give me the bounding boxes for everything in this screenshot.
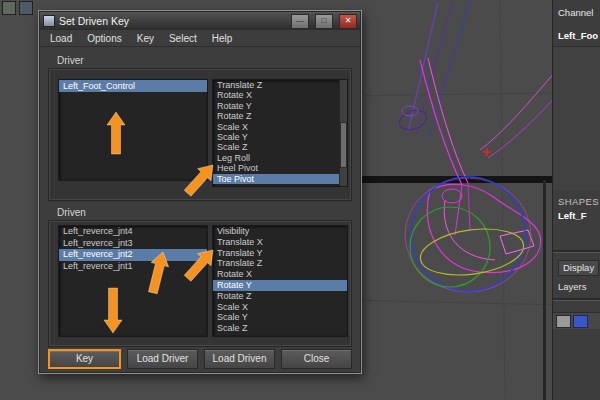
panel-divider xyxy=(553,298,600,301)
channelbox-node-name: Left_Foo xyxy=(558,30,598,41)
panel-divider xyxy=(553,250,600,253)
driven-attribute-item[interactable]: Visibility xyxy=(213,226,347,237)
driver-attribute-item[interactable]: Scale Z xyxy=(213,142,347,152)
driver-attribute-item[interactable]: Leg Roll xyxy=(213,153,347,163)
close-dialog-button[interactable]: Close xyxy=(281,349,352,369)
driver-object-item[interactable]: Left_Foot_Control xyxy=(59,80,207,92)
menu-help[interactable]: Help xyxy=(212,33,233,44)
channelbox-menu-channel[interactable]: Channel xyxy=(558,7,593,18)
menu-load[interactable]: Load xyxy=(50,33,72,44)
driver-attribute-item[interactable]: Rotate Y xyxy=(213,101,347,111)
driven-attribute-item[interactable]: Translate X xyxy=(213,237,347,248)
window-title: Set Driven Key xyxy=(59,15,285,27)
driver-attribute-item[interactable]: Rotate X xyxy=(213,90,347,100)
driver-object-list[interactable]: Left_Foot_Control xyxy=(58,79,208,181)
driver-attribute-item[interactable]: Translate Z xyxy=(213,80,347,90)
shelf-icon[interactable] xyxy=(2,1,16,15)
driver-attribute-item[interactable]: Scale X xyxy=(213,122,347,132)
driver-group: Driver Left_Foot_Control Translate Z Rot… xyxy=(48,55,352,201)
driven-object-item[interactable]: Left_reverce_jnt4 xyxy=(59,226,207,238)
window-icon xyxy=(43,15,55,27)
layer-row[interactable] xyxy=(553,312,600,329)
driven-attribute-item[interactable]: Scale Z xyxy=(213,323,347,334)
driver-attribute-item-selected[interactable]: Toe Pivot xyxy=(213,174,347,184)
driven-label: Driven xyxy=(57,207,86,218)
driven-attribute-item[interactable]: Translate Y xyxy=(213,248,347,259)
maximize-button[interactable]: □ xyxy=(315,14,333,29)
load-driven-button[interactable]: Load Driven xyxy=(204,349,275,369)
driver-attribute-item[interactable]: Heel Pivot xyxy=(213,163,347,173)
driver-attribute-item[interactable]: Rotate Z xyxy=(213,111,347,121)
shelf-icon[interactable] xyxy=(19,1,33,15)
driven-group: Driven Left_reverce_jnt4 Left_reverce_jn… xyxy=(48,207,352,347)
driven-attribute-list[interactable]: Visibility Translate X Translate Y Trans… xyxy=(212,225,348,337)
minimize-button[interactable]: — xyxy=(291,14,309,29)
menu-select[interactable]: Select xyxy=(169,33,197,44)
layer-color-swatch[interactable] xyxy=(573,315,588,328)
driven-attribute-item[interactable]: Rotate Z xyxy=(213,291,347,302)
driven-attribute-item[interactable]: Scale Y xyxy=(213,312,347,323)
driven-object-item[interactable]: Left_reverce_jnt3 xyxy=(59,238,207,250)
driven-attribute-item[interactable]: Rotate X xyxy=(213,269,347,280)
layer-visibility-toggle[interactable] xyxy=(556,315,571,328)
driver-attribute-item[interactable]: Scale Y xyxy=(213,132,347,142)
driver-label: Driver xyxy=(57,55,84,66)
menu-key[interactable]: Key xyxy=(137,33,154,44)
set-driven-key-window: Set Driven Key — □ ✕ Load Options Key Se… xyxy=(38,10,362,374)
menu-bar: Load Options Key Select Help xyxy=(40,30,360,47)
driver-attribute-list[interactable]: Translate Z Rotate X Rotate Y Rotate Z S… xyxy=(212,79,348,187)
driven-object-item[interactable]: Left_reverce_jnt1 xyxy=(59,261,207,273)
channelbox-shape-name: Left_F xyxy=(558,210,587,221)
layer-editor-tab-display[interactable]: Display xyxy=(558,260,599,276)
channelbox-area xyxy=(553,46,600,191)
dialog-button-row: Key Load Driver Load Driven Close xyxy=(48,349,352,369)
load-driver-button[interactable]: Load Driver xyxy=(127,349,198,369)
driven-attribute-item-selected[interactable]: Rotate Y xyxy=(213,280,347,291)
driven-object-item-selected[interactable]: Left_reverce_jnt2 xyxy=(59,249,207,261)
title-bar[interactable]: Set Driven Key — □ ✕ xyxy=(40,12,360,30)
close-button[interactable]: ✕ xyxy=(339,14,357,29)
driven-object-list[interactable]: Left_reverce_jnt4 Left_reverce_jnt3 Left… xyxy=(58,225,208,337)
driven-attribute-item[interactable]: Translate Z xyxy=(213,258,347,269)
layer-editor-menu-layers[interactable]: Layers xyxy=(558,281,587,292)
menu-options[interactable]: Options xyxy=(87,33,121,44)
driver-attribute-scrollbar[interactable] xyxy=(339,80,347,186)
shelf-fragment xyxy=(2,1,33,15)
scrollbar-thumb[interactable] xyxy=(340,122,347,168)
channelbox-shapes-label: SHAPES xyxy=(558,196,599,207)
key-button[interactable]: Key xyxy=(48,349,121,369)
driven-attribute-item[interactable]: Scale X xyxy=(213,302,347,313)
channel-box-panel: Channel Left_Foo SHAPES Left_F Display L… xyxy=(552,0,600,400)
